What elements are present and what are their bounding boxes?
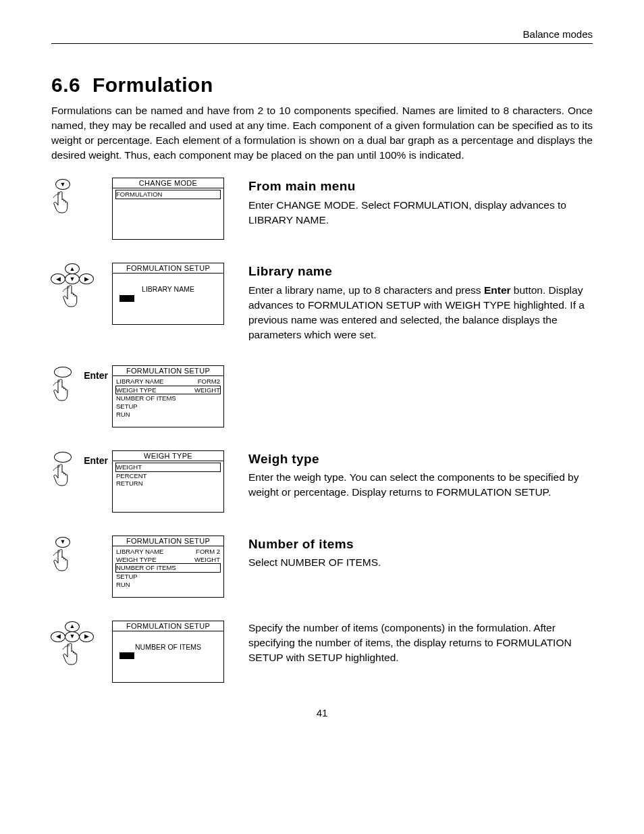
page-header: Balance modes (523, 27, 593, 41)
subhead-library-name: Library name (248, 263, 593, 281)
cursor-icon (119, 652, 134, 659)
desc-weigh-type: Enter the weigh type. You can select the… (248, 470, 593, 500)
page-number: 41 (51, 706, 593, 720)
lcd-weigh-type: WEIGH TYPE WEIGHT PERCENT RETURN (112, 450, 224, 513)
lcd-formulation-setup-2: FORMULATION SETUP LIBRARY NAMEFORM 2 WEI… (112, 536, 224, 598)
desc-number-of-items: Select NUMBER OF ITEMS. (248, 555, 593, 570)
step-from-main-menu: ▼ CHANGE MODE FORMULATION From main menu… (51, 178, 593, 240)
step-weigh-type: Enter WEIGH TYPE WEIGHT PERCENT RETURN W… (51, 450, 593, 513)
lcd-formulation-setup-1: FORMULATION SETUP LIBRARY NAMEFORM2 WEIG… (112, 365, 224, 427)
subhead-number-of-items: Number of items (248, 536, 593, 554)
hand-icon (51, 376, 74, 403)
desc-specify-number: Specify the number of items (components)… (248, 621, 593, 665)
dpad-icon: ▲ ◀▼▶ (51, 622, 93, 642)
hand-icon (51, 188, 74, 215)
enter-label: Enter (84, 369, 108, 383)
desc-from-main-menu: Enter CHANGE MODE. Select FORMULATION, d… (248, 198, 593, 228)
desc-library-name: Enter a library name, up to 8 characters… (248, 283, 593, 342)
section-intro: Formulations can be named and have from … (51, 103, 593, 163)
subhead-weigh-type: Weigh type (248, 450, 593, 469)
hand-icon (61, 282, 84, 309)
section-title: 6.6 Formulation (51, 71, 593, 99)
step-formulation-setup: Enter FORMULATION SETUP LIBRARY NAMEFORM… (51, 365, 593, 427)
enter-label: Enter (84, 454, 108, 468)
step-library-name: ▲ ◀▼▶ FORMULATION SETUP LIBRARY NAME Lib… (51, 263, 593, 342)
hand-icon (51, 461, 74, 488)
hand-icon (51, 546, 74, 573)
cursor-icon (119, 295, 134, 302)
dpad-icon: ▲ ◀▼▶ (51, 264, 93, 284)
step-specify-number: ▲ ◀▼▶ FORMULATION SETUP NUMBER OF ITEMS … (51, 621, 593, 683)
step-number-of-items: ▼ FORMULATION SETUP LIBRARY NAMEFORM 2 W… (51, 536, 593, 598)
subhead-from-main-menu: From main menu (248, 178, 593, 196)
lcd-number-of-items: FORMULATION SETUP NUMBER OF ITEMS (112, 621, 224, 683)
hand-icon (61, 640, 84, 667)
lcd-library-name: FORMULATION SETUP LIBRARY NAME (112, 263, 224, 325)
lcd-change-mode: CHANGE MODE FORMULATION (112, 178, 224, 240)
